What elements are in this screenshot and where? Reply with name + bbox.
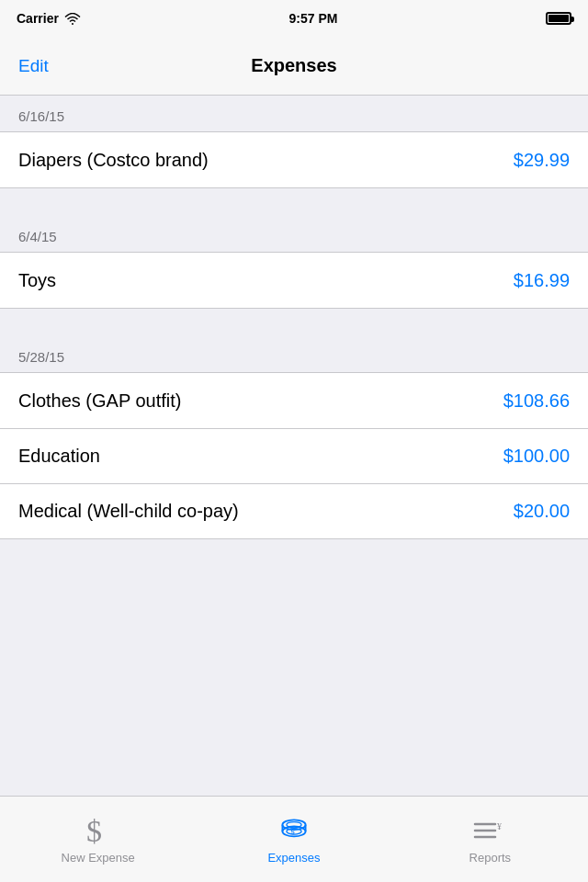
tab-bar: $ New Expense S Expenses xyxy=(0,796,588,882)
table-row[interactable]: Diapers (Costco brand) $29.99 xyxy=(0,132,588,187)
status-bar: Carrier 9:57 PM xyxy=(0,0,588,37)
section-group-3: 5/28/15 Clothes (GAP outfit) $108.66 Edu… xyxy=(0,336,588,539)
content-area: 6/16/15 Diapers (Costco brand) $29.99 6/… xyxy=(0,96,588,653)
expense-name: Clothes (GAP outfit) xyxy=(18,390,181,412)
tab-new-expense[interactable]: $ New Expense xyxy=(0,814,196,865)
table-row[interactable]: Toys $16.99 xyxy=(0,253,588,308)
expense-amount: $16.99 xyxy=(514,270,570,291)
svg-point-0 xyxy=(72,23,74,25)
expenses-icon: S xyxy=(277,814,311,847)
section-header-1: 6/16/15 xyxy=(0,96,588,131)
table-row[interactable]: Medical (Well-child co-pay) $20.00 xyxy=(0,483,588,538)
section-body-1: Diapers (Costco brand) $29.99 xyxy=(0,131,588,188)
expense-amount: $20.00 xyxy=(514,501,570,522)
expense-name: Education xyxy=(18,446,100,467)
reports-icon: ¥ xyxy=(473,814,506,847)
expense-name: Diapers (Costco brand) xyxy=(18,150,209,171)
carrier-wifi: Carrier xyxy=(17,11,81,26)
dollar-sign-icon: $ xyxy=(82,814,115,847)
section-group-1: 6/16/15 Diapers (Costco brand) $29.99 xyxy=(0,96,588,188)
page-title: Expenses xyxy=(251,55,336,76)
expense-amount: $100.00 xyxy=(503,446,570,467)
edit-button[interactable]: Edit xyxy=(18,56,49,76)
nav-bar: Edit Expenses xyxy=(0,37,588,96)
svg-text:¥: ¥ xyxy=(497,821,502,831)
carrier-label: Carrier xyxy=(17,11,59,26)
tab-reports-label: Reports xyxy=(469,851,512,865)
expense-amount: $29.99 xyxy=(514,150,570,171)
table-row[interactable]: Education $100.00 xyxy=(0,428,588,483)
spacer-1 xyxy=(0,188,588,216)
wifi-icon xyxy=(64,13,81,25)
section-header-3: 5/28/15 xyxy=(0,336,588,372)
section-body-3: Clothes (GAP outfit) $108.66 Education $… xyxy=(0,372,588,539)
time-label: 9:57 PM xyxy=(289,11,338,26)
svg-text:S: S xyxy=(290,829,294,835)
section-group-2: 6/4/15 Toys $16.99 xyxy=(0,216,588,309)
spacer-3 xyxy=(0,539,588,567)
table-row[interactable]: Clothes (GAP outfit) $108.66 xyxy=(0,373,588,428)
tab-reports[interactable]: ¥ Reports xyxy=(392,814,588,865)
svg-text:$: $ xyxy=(86,814,102,847)
battery-icon xyxy=(546,12,571,25)
tab-new-expense-label: New Expense xyxy=(62,851,135,865)
section-header-2: 6/4/15 xyxy=(0,216,588,252)
tab-expenses-label: Expenses xyxy=(267,851,320,865)
spacer-2 xyxy=(0,309,588,336)
tab-expenses[interactable]: S Expenses xyxy=(196,814,391,865)
section-body-2: Toys $16.99 xyxy=(0,252,588,309)
expense-name: Medical (Well-child co-pay) xyxy=(18,501,239,522)
expense-amount: $108.66 xyxy=(503,390,570,412)
expense-name: Toys xyxy=(18,270,56,291)
